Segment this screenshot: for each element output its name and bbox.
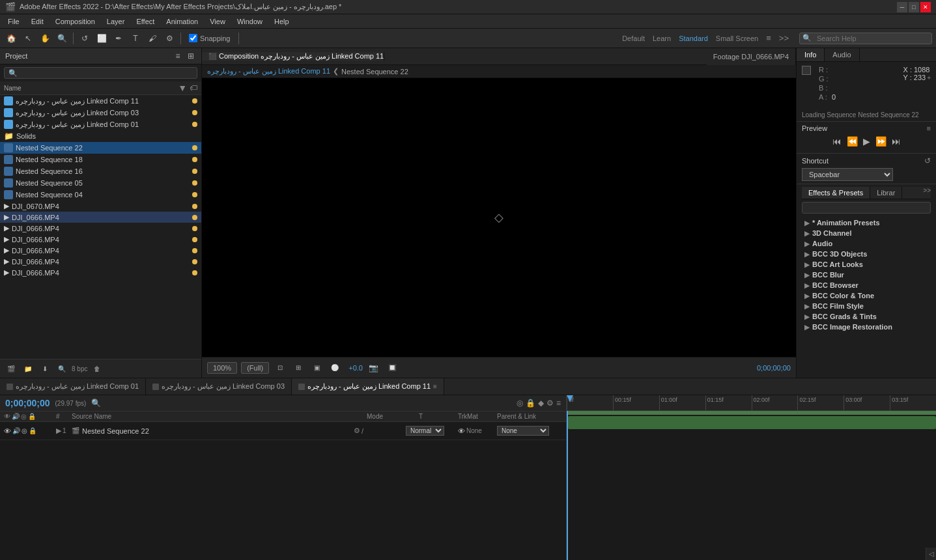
mode-default[interactable]: Default: [622, 35, 645, 42]
maximize-button[interactable]: □: [909, 2, 919, 12]
breadcrumb-comp[interactable]: زمین عباس - رودبارچره Linked Comp 11: [207, 67, 330, 76]
timeline-tab-1[interactable]: زمین عباس - رودبارچره Linked Comp 01: [0, 378, 146, 395]
project-item-13[interactable]: ▶DJI_0666.MP4: [0, 234, 201, 245]
timeline-tab-3[interactable]: زمین عباس - رودبارچره Linked Comp 11≡: [292, 378, 444, 395]
tl-marker-btn[interactable]: ◆: [538, 399, 544, 408]
new-folder-button[interactable]: 📁: [21, 361, 35, 376]
close-button[interactable]: ✕: [920, 2, 931, 12]
menu-edit[interactable]: Edit: [26, 16, 49, 27]
project-item-16[interactable]: ▶DJI_0666.MP4: [0, 267, 201, 278]
quality-select[interactable]: (Full): [241, 362, 269, 374]
pen-tool[interactable]: ✒: [111, 31, 126, 46]
effect-category-5[interactable]: ▶BCC Blur: [802, 270, 931, 280]
preview-prev-btn[interactable]: ⏪: [845, 135, 859, 148]
comp-time-display[interactable]: 0;00;00;00: [757, 364, 791, 372]
safe-zones[interactable]: ⊞: [291, 361, 305, 375]
menu-help[interactable]: Help: [269, 16, 294, 27]
expand-arrow-1[interactable]: ▶: [56, 427, 61, 435]
project-item-1[interactable]: زمین عباس - رودبارچره Linked Comp 11: [0, 95, 201, 107]
plus-button[interactable]: +: [927, 74, 931, 81]
project-search-input[interactable]: [4, 67, 197, 79]
timeline-layer-1[interactable]: 👁 🔊 ◎ 🔒 ▶ 1 🎬 Nested Sequence 22 ⚙ /: [0, 422, 566, 440]
zoom-select[interactable]: 100%: [207, 362, 237, 374]
work-area-bar[interactable]: [567, 411, 936, 415]
project-menu-button[interactable]: ≡: [173, 51, 183, 61]
effect-category-0[interactable]: ▶* Animation Presets: [802, 217, 931, 228]
hand-tool[interactable]: ✋: [38, 31, 52, 46]
effect-category-8[interactable]: ▶BCC Film Style: [802, 301, 931, 311]
effect-category-6[interactable]: ▶BCC Browser: [802, 280, 931, 290]
clone-tool[interactable]: ⚙: [162, 31, 177, 46]
tag-icon[interactable]: 🏷: [190, 83, 197, 92]
shortcut-reset-btn[interactable]: ↺: [924, 156, 931, 165]
text-tool[interactable]: T: [128, 31, 143, 46]
menu-file[interactable]: File: [3, 16, 25, 27]
channel-toggle[interactable]: ⚪: [328, 361, 342, 375]
grid-toggle[interactable]: ▣: [309, 361, 324, 375]
effects-search-input[interactable]: [802, 202, 931, 214]
trash-button[interactable]: 🗑: [90, 361, 104, 376]
tl-collapse-btn[interactable]: ◁: [929, 550, 934, 557]
project-item-11[interactable]: ▶DJI_0666.MP4: [0, 212, 201, 223]
preview-last-btn[interactable]: ⏭: [890, 135, 902, 148]
effects-expand[interactable]: >>: [923, 187, 931, 199]
info-tab-info[interactable]: Info: [797, 48, 825, 61]
tl-lock-btn[interactable]: 🔒: [526, 399, 535, 408]
layer-1-solo[interactable]: ◎: [21, 427, 27, 434]
tl-solo-btn[interactable]: ◎: [517, 399, 523, 408]
workspace-expand[interactable]: >>: [779, 33, 789, 43]
project-item-3[interactable]: زمین عباس - رودبارچره Linked Comp 01: [0, 119, 201, 130]
project-item-9[interactable]: Nested Sequence 04: [0, 189, 201, 201]
search-project-button[interactable]: 🔍: [55, 361, 69, 376]
project-grid-button[interactable]: ⊞: [186, 51, 196, 61]
snapping-checkbox[interactable]: [189, 34, 197, 42]
menu-effect[interactable]: Effect: [131, 16, 160, 27]
timeline-tab-2[interactable]: زمین عباس - رودبارچره Linked Comp 03: [146, 378, 292, 395]
effect-category-2[interactable]: ▶Audio: [802, 238, 931, 249]
layer-1-audio[interactable]: 🔊: [12, 427, 20, 434]
shortcut-select[interactable]: Spacebar: [802, 168, 893, 181]
timeline-search-btn[interactable]: 🔍: [91, 399, 101, 408]
project-item-6[interactable]: Nested Sequence 18: [0, 154, 201, 165]
layer-1-visibility[interactable]: 👁: [4, 427, 11, 435]
menu-view[interactable]: View: [205, 16, 231, 27]
mode-small[interactable]: Small Screen: [716, 35, 758, 42]
timeline-ruler[interactable]: 0f00:15f01:00f01:15f02:00f02:15f03:00f03…: [567, 395, 936, 411]
tl-work-area-btn[interactable]: ⚙: [546, 399, 554, 408]
effect-category-1[interactable]: ▶3D Channel: [802, 228, 931, 238]
comp-tab-1[interactable]: ⬛ Composition زمین عباس - رودبارچره Link…: [202, 52, 384, 61]
home-button[interactable]: 🏠: [4, 31, 18, 46]
project-item-12[interactable]: ▶DJI_0666.MP4: [0, 223, 201, 234]
import-button[interactable]: ⬇: [38, 361, 52, 376]
preview-next-btn[interactable]: ⏩: [874, 135, 888, 148]
effect-category-10[interactable]: ▶BCC Image Restoration: [802, 322, 931, 332]
sort-icon[interactable]: ▼: [178, 83, 187, 93]
footage-tab[interactable]: Footage DJI_0666.MP4: [707, 48, 796, 65]
minimize-button[interactable]: ─: [897, 2, 907, 12]
effect-category-9[interactable]: ▶BCC Grads & Tints: [802, 311, 931, 322]
project-item-7[interactable]: Nested Sequence 16: [0, 165, 201, 177]
effect-category-3[interactable]: ▶BCC 3D Objects: [802, 249, 931, 259]
brush-tool[interactable]: 🖌: [145, 31, 160, 46]
snapping-toggle[interactable]: Snapping: [185, 34, 234, 42]
layer-1-parent[interactable]: None: [497, 426, 549, 436]
snapshot-btn[interactable]: 📷: [367, 361, 381, 375]
project-item-15[interactable]: ▶DJI_0666.MP4: [0, 256, 201, 267]
preview-menu-icon[interactable]: ≡: [927, 124, 931, 132]
zoom-tool[interactable]: 🔍: [55, 31, 69, 46]
search-input[interactable]: [812, 33, 929, 44]
fit-to-comp[interactable]: ⊡: [273, 361, 287, 375]
menu-composition[interactable]: Composition: [50, 16, 100, 27]
preview-time-btn[interactable]: 🔲: [385, 361, 399, 375]
layer-1-mode[interactable]: Normal: [406, 426, 444, 436]
effect-category-7[interactable]: ▶BCC Color & Tone: [802, 290, 931, 301]
project-item-5[interactable]: Nested Sequence 22: [0, 142, 201, 154]
preview-first-btn[interactable]: ⏮: [831, 135, 843, 148]
project-item-10[interactable]: ▶DJI_0670.MP4: [0, 201, 201, 212]
new-comp-button[interactable]: 🎬: [4, 361, 18, 376]
preview-play-btn[interactable]: ▶: [862, 135, 872, 148]
project-item-2[interactable]: زمین عباس - رودبارچره Linked Comp 03: [0, 107, 201, 119]
layer-1-lock[interactable]: 🔒: [29, 427, 36, 434]
layer-1-bar[interactable]: [568, 416, 936, 429]
playhead[interactable]: [567, 411, 568, 560]
